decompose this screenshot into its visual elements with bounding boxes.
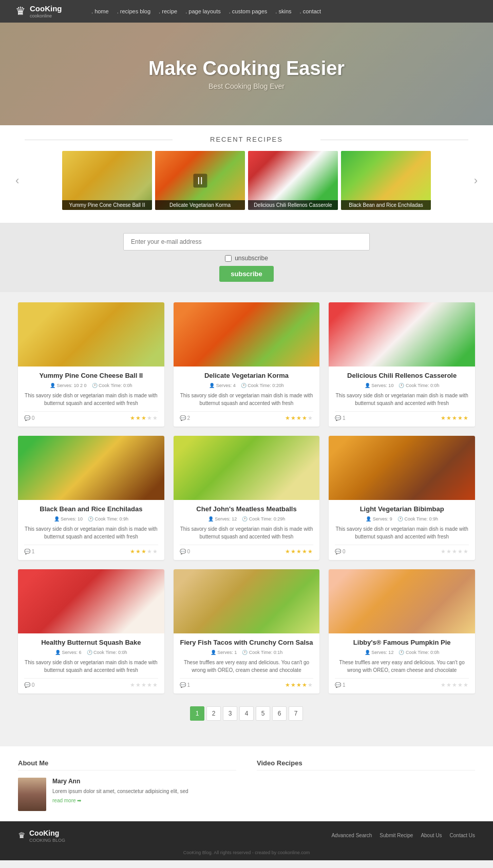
read-more-link[interactable]: read more ➡	[52, 798, 81, 803]
recipe-cook-time: 🕐 Cook Time: 0:9h	[88, 516, 128, 522]
nav-recipes-blog[interactable]: recipes blog	[113, 6, 155, 16]
recipe-card[interactable]: Libby's® Famous Pumpkin Pie 👤 Serves: 12…	[329, 569, 475, 693]
site-footer: ♛ CooKing COOKING BLOG Advanced Search S…	[0, 821, 493, 850]
recipe-description: This savory side dish or vegetarian main…	[335, 525, 469, 541]
recipe-card[interactable]: Healthy Butternut Squash Bake 👤 Serves: …	[18, 569, 164, 693]
recipe-card[interactable]: Fiery Fish Tacos with Crunchy Corn Salsa…	[174, 569, 320, 693]
recipe-image	[174, 436, 320, 500]
recipe-card[interactable]: Yummy Pine Cone Cheese Ball II 👤 Serves:…	[18, 302, 164, 427]
slider-item[interactable]: Black Bean and Rice Enchiladas	[341, 151, 431, 210]
recipe-description: This savory side dish or vegetarian main…	[335, 392, 469, 407]
recipe-description: This savory side dish or vegetarian main…	[180, 392, 314, 407]
slider-prev-button[interactable]: ‹	[10, 174, 24, 187]
recipe-meta: 👤 Serves: 10 🕐 Cook Time: 0:0h	[335, 383, 469, 388]
recipe-card[interactable]: Light Vegetarian Bibimbap 👤 Serves: 9 🕐 …	[329, 436, 475, 560]
slider-label-1: Yummy Pine Cone Cheese Ball II	[62, 200, 152, 210]
page-button-4[interactable]: 4	[239, 706, 254, 721]
recipe-meta: 👤 Serves: 1 🕐 Cook Time: 0:1h	[180, 650, 314, 655]
recent-section: RECENT RECIPES ‹ Yummy Pine Cone Cheese …	[0, 125, 493, 223]
recipe-serves: 👤 Serves: 10	[365, 383, 394, 388]
recipe-meta: 👤 Serves: 4 🕐 Cook Time: 0:20h	[180, 383, 314, 388]
recipe-description: This savory side dish or vegetarian main…	[180, 525, 314, 541]
recipe-title: Black Bean and Rice Enchiladas	[24, 505, 158, 514]
footer-logo-sub: COOKING BLOG	[29, 838, 65, 843]
recipe-card[interactable]: Delicate Vegetarian Korma 👤 Serves: 4 🕐 …	[174, 302, 320, 427]
logo-text: CooKing	[30, 4, 62, 13]
subscribe-button[interactable]: subscribe	[219, 266, 273, 282]
recipe-title: Chef John's Meatless Meatballs	[180, 505, 314, 514]
recipe-footer: 💬 2 ★★★★★	[180, 411, 314, 421]
recipe-title: Fiery Fish Tacos with Crunchy Corn Salsa	[180, 639, 314, 647]
footer-link-submit[interactable]: Submit Recipe	[380, 833, 413, 838]
recipe-image	[18, 569, 164, 633]
nav-skins[interactable]: skins	[271, 6, 295, 16]
footer-link-advanced[interactable]: Advanced Search	[331, 833, 372, 838]
recipe-cook-time: 🕐 Cook Time: 0:9h	[397, 516, 438, 522]
recipe-image	[329, 569, 475, 633]
subscribe-email-input[interactable]	[123, 233, 370, 250]
slider-item[interactable]: Yummy Pine Cone Cheese Ball II	[62, 151, 152, 210]
recipe-stars: ★★★★★	[285, 682, 313, 688]
hero-title: Make Cooking Easier	[148, 57, 345, 80]
recipe-description: This savory side dish or vegetarian main…	[24, 659, 158, 674]
logo-sub: cookonline	[30, 13, 62, 18]
nav-page-layouts[interactable]: page layouts	[181, 6, 225, 16]
recipe-description: This savory side dish or vegetarian main…	[24, 525, 158, 541]
recipe-title: Delicious Chili Rellenos Casserole	[335, 372, 469, 380]
page-button-5[interactable]: 5	[256, 706, 270, 721]
recipe-card[interactable]: Black Bean and Rice Enchiladas 👤 Serves:…	[18, 436, 164, 560]
nav-custom-pages[interactable]: custom pages	[225, 6, 272, 16]
page-button-6[interactable]: 6	[272, 706, 287, 721]
footer-logo: ♛ CooKing COOKING BLOG	[18, 828, 65, 843]
slider-label-2: Delicate Vegetarian Korma	[155, 200, 245, 210]
footer-logo-icon: ♛	[18, 831, 25, 840]
recipe-card[interactable]: Delicious Chili Rellenos Casserole 👤 Ser…	[329, 302, 475, 427]
slider-next-button[interactable]: ›	[469, 174, 483, 187]
recipe-title: Libby's® Famous Pumpkin Pie	[335, 639, 469, 647]
page-button-3[interactable]: 3	[223, 706, 237, 721]
nav-recipe[interactable]: recipe	[155, 6, 181, 16]
recipe-card-body: Yummy Pine Cone Cheese Ball II 👤 Serves:…	[18, 367, 164, 427]
subscribe-input-wrap	[123, 233, 370, 250]
recipe-title: Yummy Pine Cone Cheese Ball II	[24, 372, 158, 380]
recipe-card[interactable]: Chef John's Meatless Meatballs 👤 Serves:…	[174, 436, 320, 560]
recipe-description: These truffles are very easy and delicio…	[180, 659, 314, 674]
nav-home[interactable]: home	[87, 6, 113, 16]
recipe-meta: 👤 Serves: 9 🕐 Cook Time: 0:9h	[335, 516, 469, 522]
nav-contact[interactable]: contact	[296, 6, 326, 16]
recipe-footer: 💬 1 ★★★★★	[180, 678, 314, 688]
recipe-cook-time: 🕐 Cook Time: 0:20h	[241, 383, 284, 388]
author-bio: Lorem ipsum dolor sit amet, consectetur …	[52, 787, 188, 795]
page-button-2[interactable]: 2	[206, 706, 221, 721]
recipe-meta: 👤 Serves: 6 🕐 Cook Time: 0:0h	[24, 650, 158, 655]
recipe-footer: 💬 0 ★★★★★	[24, 411, 158, 421]
recipe-footer: 💬 1 ★★★★★	[335, 411, 469, 421]
footer-link-contact[interactable]: Contact Us	[450, 833, 475, 838]
recipe-card-body: Chef John's Meatless Meatballs 👤 Serves:…	[174, 500, 320, 560]
slider-item[interactable]: Delicious Chili Rellenos Casserole	[248, 151, 338, 210]
footer-links: Advanced Search Submit Recipe About Us C…	[331, 833, 475, 838]
author-avatar-image	[18, 778, 46, 811]
recipe-description: This savory side dish or vegetarian main…	[24, 392, 158, 407]
footer-link-about[interactable]: About Us	[421, 833, 442, 838]
recipe-stars: ★★★★★	[441, 415, 469, 421]
slider-item[interactable]: II Delicate Vegetarian Korma	[155, 151, 245, 210]
recipe-card-body: Libby's® Famous Pumpkin Pie 👤 Serves: 12…	[329, 633, 475, 693]
recipe-image	[18, 302, 164, 367]
unsubscribe-checkbox[interactable]	[225, 255, 232, 262]
recipe-cook-time: 🕐 Cook Time: 0:29h	[242, 516, 285, 522]
video-widget: Video Recipes	[257, 759, 475, 811]
unsubscribe-label: unsubscribe	[235, 255, 268, 262]
recipe-grid: Yummy Pine Cone Cheese Ball II 👤 Serves:…	[18, 302, 475, 693]
page-button-7[interactable]: 7	[289, 706, 303, 721]
page-button-1[interactable]: 1	[190, 706, 204, 721]
author-avatar	[18, 778, 46, 811]
recipe-meta: 👤 Serves: 12 🕐 Cook Time: 0:0h	[335, 650, 469, 655]
slider-label-4: Black Bean and Rice Enchiladas	[341, 200, 431, 210]
recipe-footer: 💬 1 ★★★★★	[24, 545, 158, 555]
recipe-stars: ★★★★★	[441, 548, 469, 555]
logo[interactable]: ♛ CooKing cookonline	[15, 4, 77, 18]
recipe-card-body: Fiery Fish Tacos with Crunchy Corn Salsa…	[174, 633, 320, 693]
recipe-image	[329, 302, 475, 367]
about-widget-title: About Me	[18, 759, 236, 770]
